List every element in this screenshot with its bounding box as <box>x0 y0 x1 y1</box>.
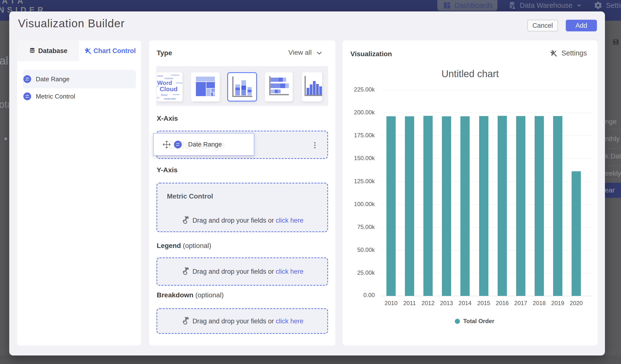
svg-text:DataInsider: DataInsider <box>164 98 176 100</box>
svg-text:Word: Word <box>157 80 172 86</box>
svg-text:ad: ad <box>157 86 159 87</box>
svg-text:iness: iness <box>157 75 163 77</box>
svg-text:Analytics: Analytics <box>171 74 180 76</box>
svg-text:KeyData: KeyData <box>165 77 173 80</box>
svg-text:Cloud: Cloud <box>160 86 178 93</box>
svg-text:mining: mining <box>176 82 182 84</box>
svg-text:woman: woman <box>172 93 180 96</box>
svg-text:[Data]: [Data] <box>161 94 167 96</box>
svg-text:ng: ng <box>157 96 159 99</box>
